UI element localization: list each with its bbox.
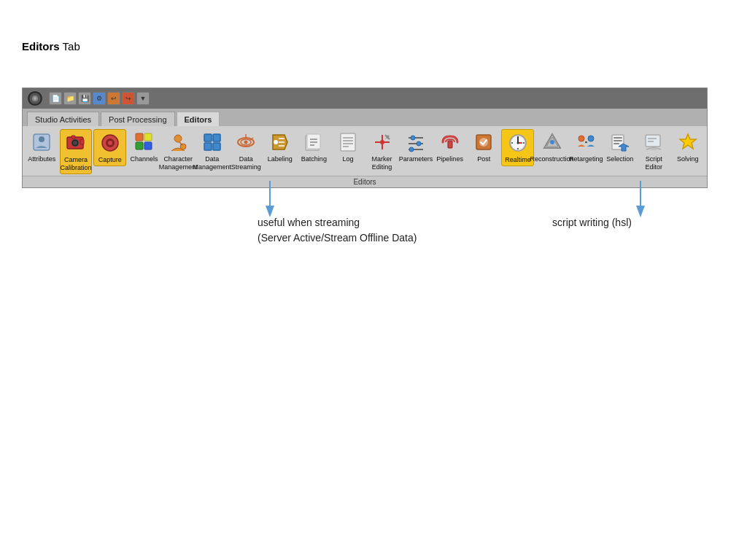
camera-calibration-icon [64, 131, 88, 155]
reconstruction-icon [541, 131, 564, 154]
annotation-script: script writing (hsl) [552, 215, 632, 230]
realtime-icon [506, 131, 530, 155]
batching-label: Batching [301, 155, 327, 163]
svg-point-49 [417, 141, 421, 146]
svg-rect-32 [307, 134, 320, 149]
attributes-icon [30, 131, 53, 154]
tool-post[interactable]: Post [468, 129, 500, 165]
tool-retargeting[interactable]: Retargeting [570, 129, 603, 165]
tab-editors[interactable]: Editors [177, 112, 220, 126]
batching-icon [302, 131, 325, 154]
tool-channels[interactable]: Channels [128, 129, 160, 165]
toolbar-window: 📄 📁 💾 ⚙ ↩ ↪ ▼ Studio Activities Post Pro… [22, 88, 708, 188]
tab-post-processing[interactable]: Post Processing [101, 112, 174, 126]
character-management-icon [166, 131, 190, 154]
svg-rect-36 [341, 133, 355, 151]
svg-rect-74 [646, 135, 660, 147]
undo-icon: ↩ [107, 92, 120, 105]
capture-label: Capture [98, 156, 122, 164]
svg-point-2 [34, 97, 36, 100]
tool-solving[interactable]: Solving [672, 129, 705, 165]
toolbar-icons: Attributes Camera Calibration [23, 126, 707, 176]
settings-icon: ⚙ [93, 92, 106, 105]
data-streaming-label: Data Streaming [231, 155, 261, 171]
svg-rect-72 [614, 143, 619, 144]
title-bar-tools: 📄 📁 💾 ⚙ ↩ ↪ ▼ [49, 92, 150, 105]
svg-point-66 [550, 140, 554, 144]
camera-calibration-label: Camera Calibration [60, 156, 91, 172]
character-management-label: Character Management [159, 155, 198, 171]
channels-label: Channels [131, 155, 158, 163]
svg-point-68 [588, 136, 594, 141]
channels-icon [133, 131, 156, 154]
svg-rect-15 [136, 142, 143, 149]
retargeting-label: Retargeting [569, 155, 603, 163]
nav-tabs: Studio Activities Post Processing Editor… [23, 109, 707, 126]
labeling-icon [268, 131, 292, 154]
parameters-label: Parameters [399, 155, 433, 163]
tool-parameters[interactable]: Parameters [400, 129, 433, 165]
pipelines-icon [438, 131, 462, 154]
tool-data-streaming[interactable]: Data Streaming [230, 129, 263, 173]
svg-rect-14 [144, 133, 152, 141]
svg-rect-52 [448, 141, 452, 148]
heading-bold: Editors [22, 40, 60, 52]
page-heading: Editors Tab [22, 40, 80, 52]
tool-reconstruction[interactable]: Reconstruction [535, 129, 568, 165]
svg-rect-9 [71, 136, 75, 139]
svg-point-17 [174, 135, 182, 142]
svg-point-26 [244, 141, 248, 144]
svg-rect-13 [136, 133, 143, 141]
attributes-label: Attributes [28, 155, 55, 163]
svg-point-7 [73, 141, 77, 145]
solving-label: Solving [677, 155, 699, 163]
svg-point-12 [108, 141, 112, 145]
marker-editing-label: Marker Editing [371, 155, 392, 171]
script-editor-label: Script Editor [646, 155, 663, 171]
svg-rect-70 [614, 137, 622, 139]
pipelines-label: Pipelines [436, 155, 463, 163]
data-management-label: Data Management [193, 155, 231, 171]
tool-character-management[interactable]: Character Management [162, 129, 195, 173]
script-editor-icon [642, 131, 665, 154]
svg-point-51 [409, 147, 414, 152]
svg-rect-21 [213, 134, 220, 141]
tool-camera-calibration[interactable]: Camera Calibration [60, 129, 93, 174]
post-icon [472, 131, 495, 154]
tool-labeling[interactable]: Labeling [264, 129, 297, 165]
labeling-label: Labeling [268, 155, 293, 163]
svg-rect-22 [204, 143, 212, 150]
tool-realtime[interactable]: Realtime [501, 129, 534, 166]
svg-rect-71 [614, 140, 622, 141]
svg-point-4 [39, 136, 44, 142]
svg-point-67 [578, 136, 584, 141]
tool-attributes[interactable]: Attributes [26, 129, 58, 165]
svg-point-45 [380, 140, 384, 144]
tab-studio-activities[interactable]: Studio Activities [27, 112, 99, 126]
tool-marker-editing[interactable]: Marker Editing [365, 129, 398, 173]
solving-icon [676, 131, 700, 154]
dropdown-icon: ▼ [136, 92, 150, 105]
tool-pipelines[interactable]: Pipelines [433, 129, 466, 165]
log-label: Log [342, 155, 353, 163]
tool-batching[interactable]: Batching [298, 129, 330, 165]
annotation-realtime: useful when streaming (Server Active/Str… [258, 215, 417, 246]
tool-selection[interactable]: Selection [603, 129, 636, 165]
toolbar-footer: Editors [23, 176, 707, 187]
annotations-overlay [0, 0, 747, 560]
realtime-label: Realtime [505, 156, 531, 164]
title-bar: 📄 📁 💾 ⚙ ↩ ↪ ▼ [23, 88, 707, 109]
tool-log[interactable]: Log [332, 129, 365, 165]
folder-icon: 📁 [63, 92, 77, 105]
tool-capture[interactable]: Capture [93, 129, 126, 166]
svg-rect-23 [213, 143, 220, 150]
retargeting-icon [574, 131, 597, 154]
parameters-icon [404, 131, 427, 154]
svg-point-59 [516, 142, 519, 144]
svg-rect-16 [144, 142, 152, 149]
file-icon: 📄 [49, 92, 62, 105]
svg-marker-78 [680, 134, 696, 149]
data-management-icon [201, 131, 224, 154]
tool-data-management[interactable]: Data Management [196, 129, 228, 173]
tool-script-editor[interactable]: Script Editor [638, 129, 670, 173]
